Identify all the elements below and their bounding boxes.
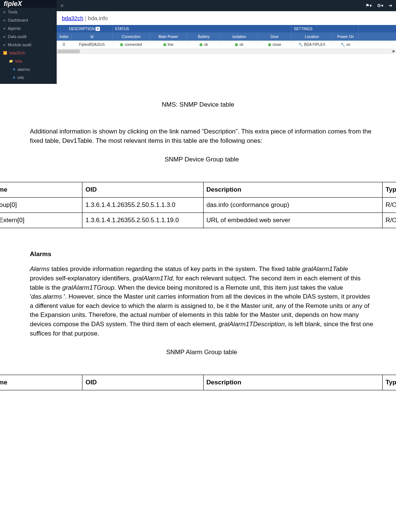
table-header-row: Field Name OID Description Type <box>0 182 396 198</box>
hdr-settings: SETTINGS <box>292 25 359 32</box>
col-connection[interactable]: Connection <box>113 34 150 40</box>
th-oid: OID <box>82 375 203 390</box>
alarm-group-table: Field Name OID Description Type <box>0 375 396 390</box>
cell-connection: connected <box>113 42 150 47</box>
sidebar: fipleX ◉Tools◉Dashboard◉Agents◉Data audi… <box>0 0 57 84</box>
nms-app: fipleX ◉Tools◉Dashboard◉Agents◉Data audi… <box>0 0 396 84</box>
status-dot-icon <box>235 43 238 46</box>
status-dot-icon <box>268 43 271 46</box>
th-field: Field Name <box>0 182 82 198</box>
sidebar-item-label: Agents <box>8 26 21 31</box>
cell-desc: URL of embedded web server <box>203 213 382 228</box>
cell-id: FiplexBDA32ch <box>72 42 113 47</box>
logo: fipleX <box>0 0 57 8</box>
col-poweron[interactable]: Power On <box>333 34 359 40</box>
breadcrumb-current: bda.info <box>88 15 108 21</box>
sidebar-item-label: bda <box>15 59 22 63</box>
cell-location: 🔧BDA FIPLEX <box>292 42 333 47</box>
cell-poweron: 🔧on <box>333 42 359 47</box>
device-grid: DESCRIPTION + STATUS SETTINGS Index Id C… <box>57 25 396 54</box>
topbar: ≡ ⚑▾ ⚙▾ ➜ <box>57 0 396 11</box>
wrench-icon: 🔧 <box>340 43 345 47</box>
topbar-icons: ⚑▾ ⚙▾ ➜ <box>365 3 392 8</box>
device-group-table: Field Name OID Description Type Dev1TGro… <box>0 182 396 228</box>
table-header-row: Field Name OID Description Type <box>0 375 396 390</box>
figure-caption: NMS: SNMP Device table <box>0 101 396 108</box>
eye-icon: ◉ <box>3 43 6 47</box>
table-title: SNMP Device Group table <box>30 156 374 163</box>
th-type: Type <box>382 182 396 198</box>
cell-mainpower: line <box>150 42 187 47</box>
flag-icon[interactable]: ⚑▾ <box>365 3 372 8</box>
breadcrumb-sep: | <box>85 15 88 21</box>
play-icon <box>13 76 15 79</box>
logo-text: fipleX <box>4 0 22 8</box>
sidebar-item-label: Module audit <box>8 43 31 47</box>
dash-icon: ◉ <box>3 19 6 22</box>
cell-type: R/O <box>382 213 396 228</box>
col-battery[interactable]: Battery <box>187 34 221 40</box>
table-row[interactable]: 0 FiplexBDA32ch connected line ok ok clo… <box>57 41 396 49</box>
signal-icon: 📶 <box>3 51 7 55</box>
main-area: ≡ ⚑▾ ⚙▾ ➜ bda32ch | bda.info DESCRIPTION… <box>57 0 396 84</box>
sidebar-item-Module audit[interactable]: ◉Module audit <box>0 41 57 49</box>
cell-desc: das.info (conformance group) <box>203 198 382 213</box>
breadcrumb-parent[interactable]: bda32ch <box>62 15 84 21</box>
cell-oid: 1.3.6.1.4.1.26355.2.50.5.1.1.3.0 <box>82 198 203 213</box>
sidebar-item-alarms[interactable]: alarms <box>0 65 57 73</box>
grid-col-header: Index Id Connection Main Power Battery I… <box>57 32 396 41</box>
sidebar-item-label: info <box>18 75 24 80</box>
sidebar-item-bda32ch[interactable]: 📶bda32ch <box>0 49 57 57</box>
plus-icon[interactable]: + <box>95 27 100 31</box>
col-index[interactable]: Index <box>57 34 72 40</box>
th-desc: Description <box>203 182 382 198</box>
cell-field: Dev1TurlExtern[0] <box>0 213 82 228</box>
agents-icon: ◉ <box>3 27 6 30</box>
cell-index: 0 <box>57 42 72 47</box>
sidebar-item-label: bda32ch <box>9 51 25 55</box>
menu-toggle-icon[interactable]: ≡ <box>60 3 63 9</box>
logout-icon[interactable]: ➜ <box>389 3 392 8</box>
wrench-icon: ◉ <box>3 10 6 14</box>
cell-field: Dev1TGroup[0] <box>0 198 82 213</box>
col-location[interactable]: Location <box>292 34 333 40</box>
col-isolation[interactable]: Isolation <box>221 34 258 40</box>
cell-battery: ok <box>187 42 221 47</box>
sidebar-item-label: manager <box>18 84 34 84</box>
play-icon <box>13 68 15 71</box>
sidebar-item-Data audit[interactable]: ◉Data audit <box>0 32 57 41</box>
status-dot-icon <box>120 43 123 46</box>
col-id[interactable]: Id <box>72 34 113 40</box>
alarms-paragraph: Alarms tables provide information regard… <box>30 265 374 338</box>
table-title: SNMP Alarm Group table <box>30 349 374 356</box>
sidebar-item-manager[interactable]: manager <box>0 82 57 84</box>
hdr-description[interactable]: DESCRIPTION + <box>57 25 113 32</box>
folder-icon: 📁 <box>9 59 13 63</box>
sidebar-item-label: Tools <box>8 10 18 14</box>
sidebar-item-bda[interactable]: 📁bda <box>0 57 57 65</box>
th-field: Field Name <box>0 375 82 390</box>
table-row: Dev1TurlExtern[0]1.3.6.1.4.1.26355.2.50.… <box>0 213 396 228</box>
sidebar-item-Tools[interactable]: ◉Tools <box>0 8 57 16</box>
hdr-status: STATUS <box>113 25 292 32</box>
sidebar-item-Dashboard[interactable]: ◉Dashboard <box>0 16 57 24</box>
cell-type: R/O <box>382 198 396 213</box>
col-mainpower[interactable]: Main Power <box>150 34 187 40</box>
cell-isolation: ok <box>221 42 258 47</box>
breadcrumb: bda32ch | bda.info <box>57 11 396 25</box>
gear-icon[interactable]: ⚙▾ <box>377 3 383 8</box>
th-oid: OID <box>82 182 203 198</box>
th-type: Type <box>382 375 396 390</box>
sidebar-item-Agents[interactable]: ◉Agents <box>0 24 57 32</box>
alarms-heading: Alarms <box>30 251 374 258</box>
scrollbar-thumb[interactable] <box>57 50 80 53</box>
eye-icon: ◉ <box>3 35 6 38</box>
sidebar-item-label: alarms <box>18 67 30 72</box>
col-door[interactable]: Door <box>258 34 292 40</box>
sidebar-item-label: Dashboard <box>8 18 28 22</box>
cell-door: close <box>258 42 292 47</box>
sidebar-item-info[interactable]: info <box>0 73 57 82</box>
horizontal-scrollbar[interactable]: ▶ <box>57 49 396 54</box>
status-dot-icon <box>163 43 166 46</box>
scroll-right-icon[interactable]: ▶ <box>393 49 395 53</box>
